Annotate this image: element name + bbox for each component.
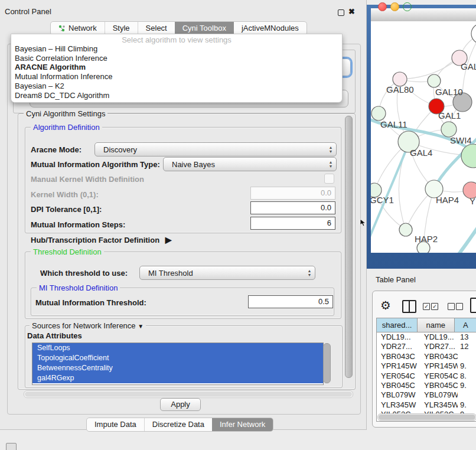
table-row[interactable]: YPR145WYPR145W9. <box>377 361 476 371</box>
table-cell: YBR045C <box>419 381 458 390</box>
tab-style[interactable]: Style <box>105 22 138 35</box>
settings-vertical-scrollbar[interactable] <box>345 116 353 378</box>
checked-checkbox-icon-1[interactable]: ✓ <box>423 303 430 310</box>
algorithm-option[interactable]: Bayesian – Hill Climbing <box>11 44 342 54</box>
zoom-traffic-light-icon[interactable] <box>403 2 412 11</box>
algorithm-definition-title: Algorithm Definition <box>31 123 102 132</box>
cyni-bottom-tabbar: Impute DataDiscretize DataInfer Network <box>86 418 273 432</box>
table-row[interactable]: YER054CYER054C8. <box>377 371 476 381</box>
network-node-hap2[interactable] <box>399 223 412 236</box>
node-label: SWI4 <box>450 135 472 145</box>
node-label: GAL1 <box>438 110 461 120</box>
sources-title[interactable]: Sources for Network Inference ▼ <box>30 321 146 330</box>
table-cell: 8. <box>458 371 476 381</box>
gear-icon[interactable]: ⚙ <box>380 298 391 312</box>
close-panel-icon[interactable]: ✖ <box>348 8 356 15</box>
apply-button[interactable]: Apply <box>160 398 201 411</box>
table-cell: YLR345W <box>419 400 458 410</box>
algorithm-option[interactable]: Basic Correlation Inference <box>11 54 342 63</box>
tab-impute-data[interactable]: Impute Data <box>87 418 144 431</box>
table-row[interactable]: YBL079WYBL079W <box>377 390 476 400</box>
node-label: GAL11 <box>380 119 407 129</box>
table-cell: YER054C <box>419 371 458 381</box>
application-root: Control Panel ✖ NetworkStyleSelectCyni T… <box>0 0 476 450</box>
attribute-list-item[interactable]: BetweennessCentrality <box>32 363 323 373</box>
table-row[interactable]: YDL19...YDL19...13 <box>377 332 476 342</box>
data-attributes-list[interactable]: SelfLoopsTopologicalCoefficientBetweenne… <box>32 343 324 385</box>
checked-checkbox-icon-2[interactable]: ✓ <box>431 303 438 310</box>
table-row[interactable]: YLR345WYLR345W9. <box>377 400 476 410</box>
table-cell: 13 <box>458 332 476 342</box>
expand-right-icon: ▶ <box>162 235 172 244</box>
table-cell: YPR145W <box>377 361 419 371</box>
combo-arrows-icon: ▲▼ <box>325 160 336 168</box>
node-label: GCY1 <box>371 195 394 205</box>
tab-network[interactable]: Network <box>51 22 105 35</box>
float-window-icon[interactable] <box>338 9 344 18</box>
table-row[interactable]: YBR045CYBR045C9. <box>377 381 476 390</box>
dpi-tolerance-field[interactable]: 0.0 <box>250 201 335 214</box>
mouse-cursor <box>360 219 367 227</box>
settings-horizontal-scrollbar[interactable] <box>24 390 353 398</box>
table-header-row: shared...nameA <box>377 318 476 332</box>
network-node[interactable] <box>461 144 476 168</box>
column-header[interactable]: name <box>418 318 454 332</box>
node-label: GAL4 <box>410 148 432 158</box>
minimize-traffic-light-icon[interactable] <box>390 2 399 11</box>
table-cell: YBR043C <box>377 352 419 361</box>
tab-infer-network[interactable]: Infer Network <box>212 418 273 431</box>
aracne-mode-select[interactable]: Discovery ▲▼ <box>94 142 337 156</box>
network-node-gal11[interactable] <box>371 106 386 120</box>
cyni-settings-title: Cyni Algorithm Settings <box>24 109 107 118</box>
table-cell: YPR145W <box>419 361 458 371</box>
manual-kernel-width-label: Manual Kernel Width Definition <box>31 175 144 184</box>
mi-algorithm-type-select[interactable]: Naive Bayes ▲▼ <box>163 157 337 171</box>
column-header[interactable]: shared... <box>377 318 418 332</box>
attribute-list-item[interactable]: TopologicalCoefficient <box>32 353 323 363</box>
table-cell: 9. <box>458 381 476 390</box>
network-node-gal10[interactable] <box>428 74 441 87</box>
table-cell: YBR043C <box>419 352 458 361</box>
network-canvas[interactable]: GALGAL80GAL10GAL1GAL11SWI4GAL4GCY1HAP4YH… <box>371 21 476 253</box>
node-label: HAP2 <box>415 234 438 244</box>
attribute-list-item[interactable]: gal4RGexp <box>32 373 323 383</box>
network-window-titlebar <box>371 8 476 22</box>
table-cell: YDR27... <box>377 342 419 351</box>
hub-definition-toggle[interactable]: Hub/Transcription Factor Definition ▶ <box>31 235 172 244</box>
node-table[interactable]: shared...nameA YDL19...YDL19...13YDR27..… <box>376 318 476 422</box>
document-icon[interactable] <box>470 298 476 313</box>
table-row[interactable]: YDR27...YDR27...12 <box>377 342 476 351</box>
attributes-list-scrollbar[interactable] <box>323 343 331 383</box>
mi-threshold-label: Mutual Information Threshold: <box>35 298 146 307</box>
column-header[interactable]: A <box>455 318 476 332</box>
unchecked-checkbox-icon-2[interactable] <box>456 303 463 310</box>
algorithm-option[interactable]: Mutual Information Inference <box>11 72 342 81</box>
mi-steps-field[interactable]: 6 <box>250 217 335 230</box>
table-horizontal-scrollbar[interactable] <box>377 413 476 421</box>
algorithm-option[interactable]: Dream8 DC_TDC Algorithm <box>11 91 342 100</box>
aracne-mode-label: Aracne Mode: <box>31 145 81 154</box>
kernel-width-field[interactable]: 0.0 <box>250 187 335 200</box>
close-traffic-light-icon[interactable] <box>378 2 387 11</box>
unchecked-checkbox-icon-1[interactable] <box>448 303 455 310</box>
mi-threshold-field[interactable]: 0.5 <box>248 295 333 308</box>
tab-cyni-toolbox[interactable]: Cyni Toolbox <box>175 22 234 35</box>
which-threshold-select[interactable]: MI Threshold ▲▼ <box>139 266 315 280</box>
network-node[interactable] <box>471 24 476 44</box>
table-cell: YBR045C <box>377 381 419 390</box>
tab-jactivemnodules[interactable]: jActiveMNodules <box>234 22 307 35</box>
network-thick-edge[interactable] <box>457 223 476 253</box>
algorithm-option[interactable]: Bayesian – K2 <box>11 81 342 91</box>
table-row[interactable]: YBR043CYBR043C <box>377 352 476 361</box>
manual-kernel-width-checkbox[interactable] <box>324 174 334 184</box>
split-columns-icon[interactable] <box>402 300 416 313</box>
tab-discretize-data[interactable]: Discretize Data <box>144 418 212 431</box>
node-label: HAP4 <box>436 195 459 205</box>
table-cell: 12 <box>458 342 476 351</box>
algorithm-option[interactable]: ARACNE Algorithm <box>11 63 342 72</box>
attribute-list-item[interactable]: SelfLoops <box>32 343 323 353</box>
collapsed-panel-icon[interactable] <box>6 443 17 450</box>
tab-select[interactable]: Select <box>138 22 175 35</box>
table-cell: YLR345W <box>377 400 419 410</box>
table-panel-title: Table Panel <box>376 275 416 284</box>
